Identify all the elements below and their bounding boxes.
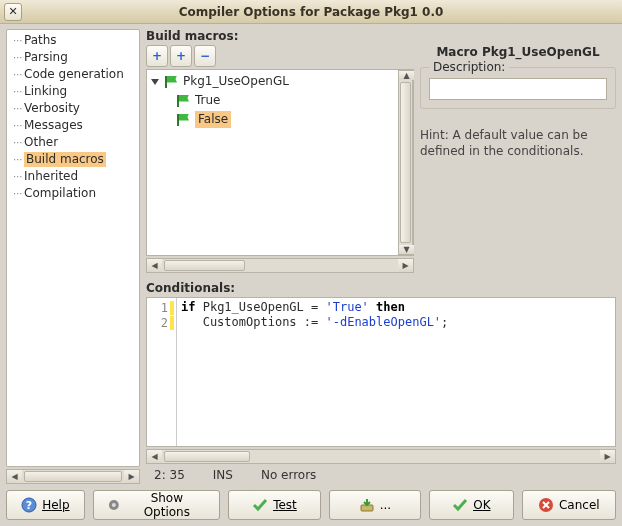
sidebar-item[interactable]: ⋯Messages xyxy=(7,117,139,134)
sidebar-item-label: Other xyxy=(24,135,58,150)
sidebar-item[interactable]: ⋯Inherited xyxy=(7,168,139,185)
titlebar: ✕ Compiler Options for Package Pkg1 0.0 xyxy=(0,0,622,24)
tree-dots-icon: ⋯ xyxy=(13,33,22,48)
remove-button[interactable]: − xyxy=(194,45,216,67)
sidebar-item-label: Inherited xyxy=(24,169,78,184)
cancel-icon xyxy=(538,497,554,513)
scroll-left-icon[interactable]: ◀ xyxy=(7,470,22,483)
description-input[interactable] xyxy=(429,78,607,100)
show-options-button[interactable]: Show Options xyxy=(93,490,221,520)
conditionals-label: Conditionals: xyxy=(146,281,616,295)
window-title: Compiler Options for Package Pkg1 0.0 xyxy=(0,5,622,19)
sidebar-item[interactable]: ⋯Other xyxy=(7,134,139,151)
editor-gutter: 12 xyxy=(147,298,177,446)
scroll-right-icon[interactable]: ▶ xyxy=(398,259,413,272)
gear-icon xyxy=(106,497,122,513)
export-button[interactable]: ... xyxy=(329,490,421,520)
help-label: Help xyxy=(42,498,69,512)
sidebar-item-label: Compilation xyxy=(24,186,96,201)
sidebar-item[interactable]: ⋯Code generation xyxy=(7,66,139,83)
macro-tree-horizontal-scrollbar[interactable]: ◀ ▶ xyxy=(146,258,414,273)
close-button[interactable]: ✕ xyxy=(4,3,22,21)
scroll-left-icon[interactable]: ◀ xyxy=(147,450,162,463)
macro-heading: Macro Pkg1_UseOpenGL xyxy=(420,45,616,59)
sidebar-item[interactable]: ⋯Paths xyxy=(7,32,139,49)
cancel-button[interactable]: Cancel xyxy=(522,490,616,520)
cancel-label: Cancel xyxy=(559,498,600,512)
macro-tree-value[interactable]: True xyxy=(149,91,396,110)
editor-horizontal-scrollbar[interactable]: ◀ ▶ xyxy=(146,449,616,464)
scroll-right-icon[interactable]: ▶ xyxy=(124,470,139,483)
hint-text: Hint: A default value can be defined in … xyxy=(420,127,616,159)
sidebar-item-label: Verbosity xyxy=(24,101,80,116)
sidebar-item[interactable]: ⋯Parsing xyxy=(7,49,139,66)
description-label: Description: xyxy=(429,60,509,74)
tree-dots-icon: ⋯ xyxy=(13,135,22,150)
sidebar-horizontal-scrollbar[interactable]: ◀ ▶ xyxy=(6,469,140,484)
minus-icon: − xyxy=(200,49,210,63)
conditionals-editor[interactable]: 12 if Pkg1_UseOpenGL = 'True' then Custo… xyxy=(146,297,616,447)
scroll-right-icon[interactable]: ▶ xyxy=(600,450,615,463)
tree-dots-icon: ⋯ xyxy=(13,67,22,82)
export-label: ... xyxy=(380,498,391,512)
save-icon xyxy=(359,497,375,513)
sidebar-item[interactable]: ⋯Linking xyxy=(7,83,139,100)
help-button[interactable]: ? Help xyxy=(6,490,85,520)
sidebar-item[interactable]: ⋯Compilation xyxy=(7,185,139,202)
add-macro-button[interactable]: + xyxy=(146,45,168,67)
macro-tree[interactable]: Pkg1_UseOpenGLTrueFalse xyxy=(147,70,398,255)
sidebar-item[interactable]: ⋯Build macros xyxy=(7,151,139,168)
description-group: Description: xyxy=(420,67,616,109)
flag-icon xyxy=(177,114,191,126)
plus-icon: + xyxy=(152,49,162,63)
svg-text:?: ? xyxy=(26,499,32,512)
sidebar-item-label: Code generation xyxy=(24,67,124,82)
close-icon: ✕ xyxy=(8,5,17,18)
scroll-down-icon[interactable]: ▼ xyxy=(399,245,414,254)
expand-icon[interactable] xyxy=(151,79,159,85)
scroll-up-icon[interactable]: ▲ xyxy=(399,71,414,80)
sidebar-item-label: Linking xyxy=(24,84,67,99)
macro-name: Pkg1_UseOpenGL xyxy=(183,73,289,90)
macro-value-label: True xyxy=(195,92,221,109)
tree-dots-icon: ⋯ xyxy=(13,84,22,99)
cursor-position: 2: 35 xyxy=(154,468,185,482)
macro-tree-root[interactable]: Pkg1_UseOpenGL xyxy=(149,72,396,91)
check-icon xyxy=(252,497,268,513)
ok-button[interactable]: OK xyxy=(429,490,514,520)
macro-value-label: False xyxy=(195,111,231,128)
editor-statusbar: 2: 35 INS No errors xyxy=(146,466,616,484)
svg-point-3 xyxy=(112,503,116,507)
tree-dots-icon: ⋯ xyxy=(13,152,22,167)
sidebar-item-label: Messages xyxy=(24,118,83,133)
flag-icon xyxy=(177,95,191,107)
help-icon: ? xyxy=(21,497,37,513)
ok-label: OK xyxy=(473,498,490,512)
macro-tree-value[interactable]: False xyxy=(149,110,396,129)
edit-mode: INS xyxy=(213,468,233,482)
tree-dots-icon: ⋯ xyxy=(13,50,22,65)
flag-icon xyxy=(165,76,179,88)
sidebar-item[interactable]: ⋯Verbosity xyxy=(7,100,139,117)
add-value-button[interactable]: + xyxy=(170,45,192,67)
error-status: No errors xyxy=(261,468,316,482)
show-options-label: Show Options xyxy=(126,491,207,519)
sidebar-item-label: Parsing xyxy=(24,50,68,65)
check-icon xyxy=(452,497,468,513)
tree-dots-icon: ⋯ xyxy=(13,186,22,201)
sidebar-item-label: Paths xyxy=(24,33,57,48)
tree-dots-icon: ⋯ xyxy=(13,101,22,116)
build-macros-label: Build macros: xyxy=(146,29,616,43)
macro-tree-vertical-scrollbar[interactable]: ▲ ▼ xyxy=(398,70,413,255)
editor-code[interactable]: if Pkg1_UseOpenGL = 'True' then CustomOp… xyxy=(177,298,615,446)
plus-icon: + xyxy=(176,49,186,63)
test-button[interactable]: Test xyxy=(228,490,320,520)
tree-dots-icon: ⋯ xyxy=(13,169,22,184)
test-label: Test xyxy=(273,498,297,512)
category-sidebar[interactable]: ⋯Paths⋯Parsing⋯Code generation⋯Linking⋯V… xyxy=(6,29,140,467)
tree-dots-icon: ⋯ xyxy=(13,118,22,133)
sidebar-item-label: Build macros xyxy=(24,152,106,167)
scroll-left-icon[interactable]: ◀ xyxy=(147,259,162,272)
